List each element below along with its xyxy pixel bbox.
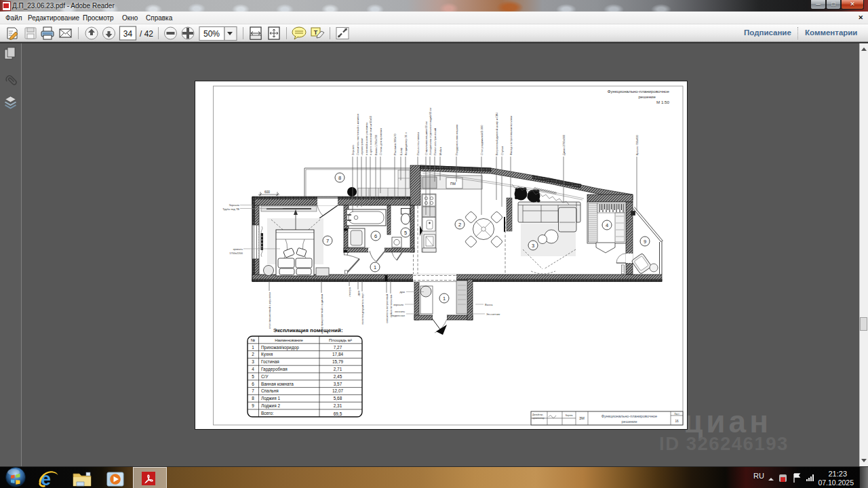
svg-text:в цвете основной плитки 60х60: в цвете основной плитки 60х60 [369,115,372,155]
svg-text:Ванна 1700х700: Ванна 1700х700 [374,134,378,155]
svg-text:решение: решение [621,420,637,424]
svg-text:50%: 50% [203,29,220,39]
svg-text:Фасад с встроенными полками: Фасад с встроенными полками [509,116,513,155]
svg-text:7: 7 [326,238,329,244]
svg-text:Площадь м²: Площадь м² [329,338,352,342]
svg-text:Лоджия 1: Лоджия 1 [261,396,280,401]
svg-text:12,07: 12,07 [332,388,343,393]
svg-text:Холодильник отдельностоящий 60: Холодильник отдельностоящий 60 см [429,108,432,155]
svg-text:Дизайнер-: Дизайнер- [532,413,543,416]
svg-text:15,79: 15,79 [332,359,343,364]
svg-text:Посудомоечная машина: Посудомоечная машина [455,124,458,155]
svg-text:Экспликация помещений:: Экспликация помещений: [273,327,343,333]
svg-text:Стиральная машина 60 см: Стиральная машина 60 см [425,121,428,155]
svg-text:консоль: консоль [395,310,405,313]
svg-text:Раковина 900х70: Раковина 900х70 [393,133,397,155]
svg-text:4: 4 [606,222,608,228]
svg-text:полотенцесушитель верт: полотенцесушитель верт [361,293,364,325]
svg-text:решение: решение [638,94,656,99]
svg-text:7,27: 7,27 [334,345,342,350]
svg-text:зеркало: зеркало [393,303,404,306]
svg-text:Прихожая/коридор: Прихожая/коридор [261,345,299,350]
svg-text:T: T [314,29,318,36]
svg-text:9: 9 [644,239,646,245]
svg-text:8: 8 [252,396,254,401]
svg-text:Гардеробная: Гардеробная [261,367,288,372]
svg-text:Кресло 700х800: Кресло 700х800 [635,134,639,155]
svg-text:1: 1 [252,345,254,350]
svg-text:смеситель встроенный: смеситель встроенный [385,294,389,323]
svg-text:2,45: 2,45 [334,374,342,379]
svg-text:душ: душ [357,291,360,296]
svg-text:архитектор: архитектор [532,417,545,420]
svg-text:1: 1 [374,264,376,270]
svg-text:Ванна: Ванна [485,303,493,306]
svg-text:7: 7 [252,388,254,393]
svg-text:Кондиционер 30 л: Кондиционер 30 л [404,132,408,155]
svg-text:Функционально-планировочное: Функционально-планировочное [608,89,670,94]
svg-text:Стол раздвижной D-900: Стол раздвижной D-900 [480,125,484,155]
svg-text:600: 600 [264,190,270,194]
svg-text:Лист: Лист [674,413,679,415]
svg-text:1700х2200: 1700х2200 [229,251,243,255]
svg-text:16: 16 [675,420,679,423]
svg-text:Смеситель настенный с изливом: Смеситель настенный с изливом [356,113,359,155]
svg-text:6: 6 [374,233,377,239]
svg-text:34: 34 [123,29,133,39]
svg-text:Труба под ТВ: Труба под ТВ [222,207,239,211]
svg-text:2,31: 2,31 [334,403,342,408]
svg-text:кровать: кровать [233,247,243,251]
svg-text:69,5: 69,5 [334,411,342,416]
svg-text:1: 1 [443,296,446,302]
svg-text:Зеркало: Зеркало [351,144,355,155]
svg-text:Мойка: Мойка [439,146,442,155]
svg-text:С/У: С/У [261,374,269,379]
svg-text:Стулья: Стулья [500,146,504,155]
svg-text:Шкаф: Шкаф [399,147,403,155]
svg-text:ПМ: ПМ [450,182,456,186]
svg-text:керамогранит: керамогранит [360,138,363,155]
svg-text:в ванной и зоне раковины: в ванной и зоне раковины [365,123,368,155]
svg-text:ЗМ: ЗМ [579,416,585,420]
svg-text:душ: душ [399,290,405,293]
svg-text:6: 6 [252,382,254,386]
svg-text:8: 8 [338,175,341,181]
svg-text:2: 2 [458,222,461,228]
svg-text:Наименование: Наименование [275,338,303,342]
svg-text:люстра: люстра [348,287,351,296]
svg-text:Столик для хранения: Столик для хранения [379,128,382,155]
svg-text:3: 3 [532,243,534,249]
svg-text:Эл.счетчик: Эл.счетчик [486,312,500,316]
svg-text:3: 3 [252,359,254,364]
svg-text:Всего:: Всего: [261,411,274,415]
svg-text:Гостиная: Гостиная [261,359,279,364]
svg-text:5: 5 [404,230,407,236]
svg-text:Кухня: Кухня [261,352,273,357]
svg-text:М 1:50: М 1:50 [656,100,669,104]
svg-text:Встроенный духовой шкаф и СВЧ: Встроенный духовой шкаф и СВЧ [495,113,498,155]
svg-text:Зеркало: Зеркало [229,203,239,207]
svg-text:5,68: 5,68 [334,396,342,401]
svg-text:Спальня: Спальня [261,388,279,393]
svg-text:9: 9 [252,403,254,408]
svg-text:2,71: 2,71 [334,367,342,371]
svg-text:4: 4 [252,367,254,371]
svg-text:Лоджия 2: Лоджия 2 [261,403,280,409]
svg-text:стол письменный с зеркалом: стол письменный с зеркалом [268,292,271,329]
svg-text:подвесная: подвесная [391,314,405,317]
svg-text:Функционально-планировочное: Функционально-планировочное [601,414,657,418]
svg-text:Пенал электрический: Пенал электрический [433,128,437,155]
svg-text:3,57: 3,57 [334,382,342,386]
svg-text:/ 42: / 42 [140,29,153,39]
svg-text:Ванная комната: Ванная комната [261,382,294,386]
svg-text:Береза: Береза [566,414,573,417]
svg-text:Полка стеклянная: Полка стеклянная [416,132,420,155]
svg-text:Диван 2700х900: Диван 2700х900 [562,134,566,155]
svg-text:17,84: 17,84 [332,352,343,357]
svg-text:№: № [251,338,255,342]
svg-text:5: 5 [252,374,254,379]
svg-text:2: 2 [252,352,254,357]
